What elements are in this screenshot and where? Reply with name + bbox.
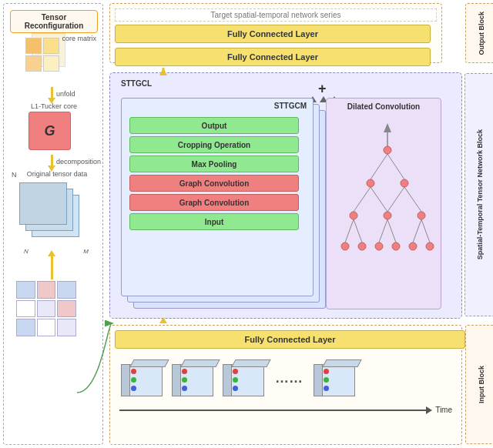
dilated-conv-box: Dilated Convolution [326, 98, 441, 309]
bottom-matrix [16, 281, 76, 336]
svg-line-13 [354, 219, 362, 242]
input-block-wrapper: Fully Connected Layer [109, 325, 462, 445]
svg-point-6 [350, 212, 357, 219]
svg-point-9 [367, 179, 374, 187]
plus-sign: + [318, 81, 327, 97]
svg-point-7 [384, 212, 391, 219]
dilated-conv-tree [330, 115, 437, 269]
stacked-tensors: M N [19, 182, 89, 244]
tensor-reconfig-label: Tensor Reconfiguration [10, 10, 98, 33]
unfold-label: unfold [56, 90, 75, 98]
core-cell-2 [43, 38, 59, 54]
svg-point-1 [358, 242, 366, 250]
svg-line-17 [421, 219, 430, 242]
core-cell-1 [25, 38, 42, 54]
svg-point-5 [426, 242, 434, 250]
main-area: Target spatial-temporal network series F… [109, 3, 487, 445]
svg-line-14 [379, 219, 387, 242]
svg-line-19 [371, 187, 387, 212]
op-input: Input [129, 213, 299, 230]
decomposition-label: decomposition [56, 158, 101, 165]
target-label: Target spatial-temporal network series [115, 8, 437, 22]
output-block-label: Output Block [465, 3, 493, 63]
svg-line-23 [387, 154, 404, 179]
output-block: Target spatial-temporal network series F… [109, 3, 462, 66]
time-label: Time [435, 406, 452, 414]
time-cube-1 [119, 356, 164, 400]
op-boxes: Output Cropping Operation Max Pooling Gr… [129, 117, 305, 230]
svg-line-12 [345, 219, 354, 242]
st-block-label: Spatial-Temporal Tensor Network Block [464, 73, 493, 316]
svg-line-18 [354, 187, 371, 212]
op-graphconv-2: Graph Convolution [129, 194, 299, 211]
g-box: G [29, 112, 71, 150]
time-cube-2 [170, 356, 215, 400]
time-cube-4 [312, 356, 357, 400]
svg-point-10 [401, 179, 408, 187]
time-series-row: …… [115, 353, 457, 403]
svg-marker-25 [384, 123, 391, 132]
l1-tucker-label: L1-Tucker core [10, 102, 98, 110]
fc-layer-1: Fully Connected Layer [115, 25, 431, 43]
fc-layer-bottom: Fully Connected Layer [115, 330, 465, 349]
svg-line-22 [371, 154, 387, 179]
core-cell-4 [43, 55, 59, 72]
diagram-container: Tensor Reconfiguration core matrix [0, 0, 493, 448]
input-block: Fully Connected Layer [109, 325, 462, 446]
sttgcl-label: STTGCL [121, 79, 152, 88]
op-output: Output [129, 117, 299, 134]
st-block: Spatial-Temporal Tensor Network Block ST… [109, 72, 462, 319]
svg-line-21 [404, 187, 421, 212]
core-matrix-label: core matrix [62, 35, 96, 42]
fc-layer-2: Fully Connected Layer [115, 48, 431, 66]
svg-point-11 [384, 146, 391, 154]
time-cube-3 [221, 356, 266, 400]
op-graphconv-1: Graph Convolution [129, 175, 299, 192]
svg-point-0 [341, 242, 349, 250]
sttgcm-box-front: STTGCM Output Cropping Operation Max Poo… [121, 98, 314, 296]
op-maxpool: Max Pooling [129, 155, 299, 172]
original-tensor-label: Original tensor data [10, 170, 98, 178]
output-block-wrapper: Target spatial-temporal network series F… [109, 3, 442, 63]
sttgcm-label: STTGCM [274, 102, 307, 110]
svg-line-20 [387, 187, 404, 212]
svg-line-15 [387, 219, 396, 242]
op-cropping: Cropping Operation [129, 136, 299, 153]
dilated-conv-label: Dilated Convolution [327, 99, 441, 112]
time-arrow-row: Time [115, 404, 457, 416]
left-panel: Tensor Reconfiguration core matrix [3, 3, 103, 445]
g-symbol: G [44, 123, 55, 139]
svg-point-4 [409, 242, 417, 250]
svg-point-8 [418, 212, 425, 219]
svg-line-16 [413, 219, 421, 242]
svg-point-2 [375, 242, 383, 250]
svg-point-3 [392, 242, 400, 250]
input-block-label: Input Block [465, 325, 493, 444]
core-cell-3 [25, 55, 42, 72]
ellipsis: …… [272, 370, 306, 386]
